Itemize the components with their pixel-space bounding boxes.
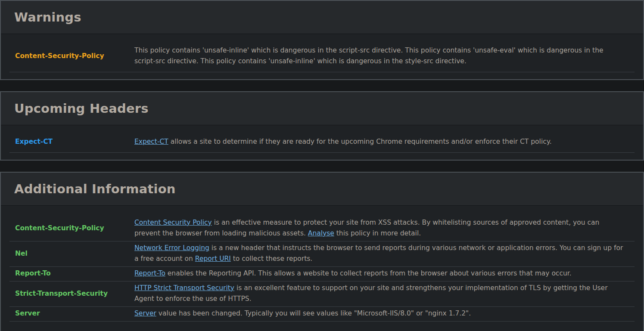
description-text: This policy contains 'unsafe-inline' whi… (134, 46, 604, 65)
description-text: value has been changed. Typically you wi… (156, 309, 471, 317)
expect-ct-header-label: Expect-CT (9, 136, 134, 147)
additional-information-panel-header: Additional Information (1, 173, 643, 206)
header-description: HTTP Strict Transport Security is an exc… (134, 283, 635, 304)
header-row-content-security-policy: Content-Security-PolicyContent Security … (9, 216, 635, 241)
expect-ct-link[interactable]: Expect-CT (134, 138, 168, 145)
upcoming-headers-panel-header: Upcoming Headers (1, 92, 643, 125)
header-row-report-to: Report-ToReport-To enables the Reporting… (9, 267, 635, 282)
content-security-policy-header-label: Content-Security-Policy (9, 51, 134, 62)
header-row-strict-transport-security: Strict-Transport-SecurityHTTP Strict Tra… (9, 282, 635, 307)
report-to-link[interactable]: Report-To (134, 269, 165, 277)
header-description: Report-To enables the Reporting API. Thi… (134, 268, 635, 279)
description-text: allows a site to determine if they are r… (168, 138, 552, 145)
network-error-logging-link[interactable]: Network Error Logging (134, 244, 209, 252)
nel-header-label: Nel (9, 248, 134, 259)
additional-information-panel-body: Content-Security-PolicyContent Security … (1, 206, 643, 331)
header-row-content-security-policy: Content-Security-PolicyThis policy conta… (9, 41, 635, 72)
report-to-header-label: Report-To (9, 268, 134, 279)
panel-title: Upcoming Headers (14, 101, 630, 116)
panel-title: Warnings (14, 10, 630, 25)
header-description: This policy contains 'unsafe-inline' whi… (134, 45, 635, 67)
description-text: to collect these reports. (231, 255, 312, 263)
warnings-panel-header: Warnings (1, 1, 643, 34)
header-description: Content Security Policy is an effective … (134, 217, 635, 239)
report-uri-link[interactable]: Report URI (195, 255, 231, 263)
content-security-policy-header-label: Content-Security-Policy (9, 223, 134, 234)
header-description: Expect-CT allows a site to determine if … (134, 136, 635, 147)
header-row-expect-ct: Expect-CTExpect-CT allows a site to dete… (9, 132, 635, 153)
warnings-panel-body: Content-Security-PolicyThis policy conta… (1, 34, 643, 79)
strict-transport-security-header-label: Strict-Transport-Security (9, 288, 134, 299)
server-link[interactable]: Server (134, 309, 156, 317)
warnings-panel: WarningsContent-Security-PolicyThis poli… (0, 0, 644, 80)
content-security-policy-link[interactable]: Content Security Policy (134, 219, 212, 226)
security-headers-report: WarningsContent-Security-PolicyThis poli… (0, 0, 644, 331)
panel-title: Additional Information (14, 182, 630, 196)
header-row-nel: NelNetwork Error Logging is a new header… (9, 241, 635, 267)
header-description: Network Error Logging is a new header th… (134, 243, 635, 264)
analyse-link[interactable]: Analyse (308, 229, 334, 237)
description-text: this policy in more detail. (334, 229, 421, 237)
additional-information-panel: Additional InformationContent-Security-P… (0, 172, 644, 331)
header-description: Server value has been changed. Typically… (134, 308, 635, 319)
header-row-server: ServerServer value has been changed. Typ… (9, 307, 635, 322)
http-strict-transport-security-link[interactable]: HTTP Strict Transport Security (134, 284, 234, 292)
description-text: enables the Reporting API. This allows a… (165, 269, 572, 277)
upcoming-headers-panel: Upcoming HeadersExpect-CTExpect-CT allow… (0, 91, 644, 161)
upcoming-headers-panel-body: Expect-CTExpect-CT allows a site to dete… (1, 125, 643, 160)
server-header-label: Server (9, 308, 134, 319)
